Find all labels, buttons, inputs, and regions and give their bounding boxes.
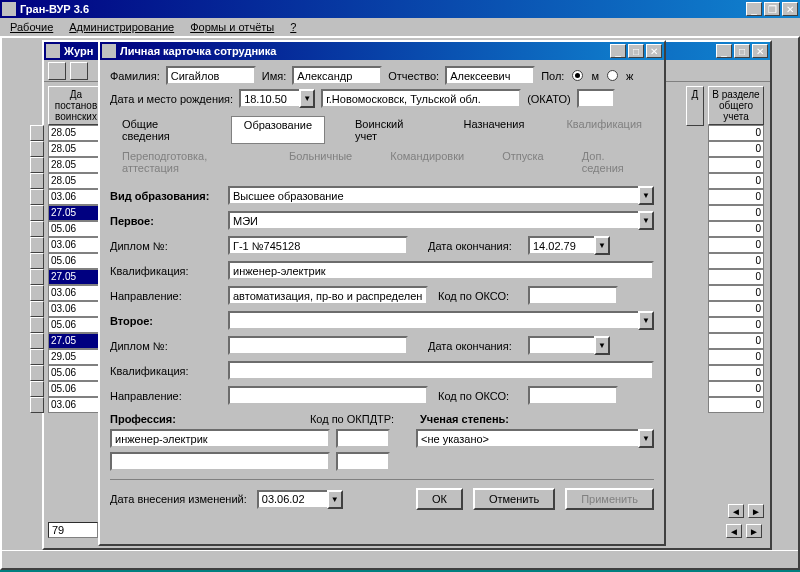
- count-cell[interactable]: 0: [708, 125, 764, 141]
- row-header[interactable]: [30, 189, 44, 205]
- date-cell[interactable]: 03.06: [48, 189, 104, 205]
- edu-kind-dd-icon[interactable]: ▼: [638, 186, 654, 205]
- edu-kind-input[interactable]: [228, 186, 638, 205]
- date-cell[interactable]: 05.06: [48, 253, 104, 269]
- nav-first-button[interactable]: ◄: [726, 524, 742, 538]
- date-cell[interactable]: 03.06: [48, 301, 104, 317]
- ok-button[interactable]: ОК: [416, 488, 463, 510]
- date-cell[interactable]: 27.05: [48, 205, 104, 221]
- end2-input[interactable]: [528, 336, 594, 355]
- toolbar-new-button[interactable]: [48, 62, 66, 80]
- profession2-input[interactable]: [110, 452, 330, 471]
- cancel-button[interactable]: Отменить: [473, 488, 555, 510]
- row-header[interactable]: [30, 317, 44, 333]
- row-header[interactable]: [30, 333, 44, 349]
- first-edu-input[interactable]: [228, 211, 638, 230]
- row-header[interactable]: [30, 221, 44, 237]
- diploma2-input[interactable]: [228, 336, 408, 355]
- count-cell[interactable]: 0: [708, 141, 764, 157]
- diploma1-input[interactable]: [228, 236, 408, 255]
- okso1-input[interactable]: [528, 286, 618, 305]
- menu-admin[interactable]: Администрирование: [63, 20, 180, 34]
- row-header[interactable]: [30, 397, 44, 413]
- edu-kind-combo[interactable]: ▼: [228, 186, 654, 205]
- date-cell[interactable]: 05.06: [48, 381, 104, 397]
- nav-prev-button[interactable]: ►: [746, 524, 762, 538]
- dir2-input[interactable]: [228, 386, 428, 405]
- second-edu-combo[interactable]: ▼: [228, 311, 654, 330]
- date-cell[interactable]: 03.06: [48, 397, 104, 413]
- count-cell[interactable]: 0: [708, 189, 764, 205]
- date-cell[interactable]: 28.05: [48, 173, 104, 189]
- row-header[interactable]: [30, 381, 44, 397]
- patronymic-input[interactable]: [445, 66, 535, 85]
- page-number[interactable]: 79: [48, 522, 98, 538]
- birth-date-combo[interactable]: ▼: [239, 89, 315, 108]
- row-header[interactable]: [30, 301, 44, 317]
- sex-female-radio[interactable]: [607, 70, 618, 81]
- journal-maximize-button[interactable]: □: [734, 44, 750, 58]
- menu-forms[interactable]: Формы и отчёты: [184, 20, 280, 34]
- count-cell[interactable]: 0: [708, 333, 764, 349]
- change-date-input[interactable]: [257, 490, 327, 509]
- row-header[interactable]: [30, 285, 44, 301]
- date-cell[interactable]: 28.05: [48, 141, 104, 157]
- journal-minimize-button[interactable]: _: [716, 44, 732, 58]
- date-cell[interactable]: 28.05: [48, 157, 104, 173]
- change-date-combo[interactable]: ▼: [257, 490, 343, 509]
- count-cell[interactable]: 0: [708, 317, 764, 333]
- profession1-input[interactable]: [110, 429, 330, 448]
- degree-combo[interactable]: ▼: [416, 429, 654, 448]
- date-cell[interactable]: 03.06: [48, 285, 104, 301]
- date-cell[interactable]: 05.06: [48, 317, 104, 333]
- date-cell[interactable]: 03.06: [48, 237, 104, 253]
- qual2-input[interactable]: [228, 361, 654, 380]
- date-cell[interactable]: 28.05: [48, 125, 104, 141]
- row-header[interactable]: [30, 157, 44, 173]
- birth-date-input[interactable]: [239, 89, 299, 108]
- count-cell[interactable]: 0: [708, 253, 764, 269]
- end1-combo[interactable]: ▼: [528, 236, 610, 255]
- journal-close-button[interactable]: ✕: [752, 44, 768, 58]
- degree-dd-icon[interactable]: ▼: [638, 429, 654, 448]
- second-edu-input[interactable]: [228, 311, 638, 330]
- count-cell[interactable]: 0: [708, 205, 764, 221]
- menu-help[interactable]: ?: [284, 20, 302, 34]
- date-cell[interactable]: 05.06: [48, 221, 104, 237]
- date-cell[interactable]: 29.05: [48, 349, 104, 365]
- birth-date-dd-icon[interactable]: ▼: [299, 89, 315, 108]
- second-edu-dd-icon[interactable]: ▼: [638, 311, 654, 330]
- okso2-input[interactable]: [528, 386, 618, 405]
- row-header[interactable]: [30, 237, 44, 253]
- modal-minimize-button[interactable]: _: [610, 44, 626, 58]
- row-header[interactable]: [30, 253, 44, 269]
- okpdtr1-input[interactable]: [336, 429, 390, 448]
- count-cell[interactable]: 0: [708, 221, 764, 237]
- count-cell[interactable]: 0: [708, 349, 764, 365]
- row-header[interactable]: [30, 349, 44, 365]
- count-cell[interactable]: 0: [708, 285, 764, 301]
- sex-male-radio[interactable]: [572, 70, 583, 81]
- degree-input[interactable]: [416, 429, 638, 448]
- end1-dd-icon[interactable]: ▼: [594, 236, 610, 255]
- dir1-input[interactable]: [228, 286, 428, 305]
- date-cell[interactable]: 27.05: [48, 269, 104, 285]
- tab-general[interactable]: Общие сведения: [110, 116, 213, 144]
- count-cell[interactable]: 0: [708, 397, 764, 413]
- count-cell[interactable]: 0: [708, 173, 764, 189]
- row-header[interactable]: [30, 269, 44, 285]
- first-edu-dd-icon[interactable]: ▼: [638, 211, 654, 230]
- count-cell[interactable]: 0: [708, 301, 764, 317]
- close-button[interactable]: ✕: [782, 2, 798, 16]
- okato-input[interactable]: [577, 89, 615, 108]
- modal-maximize-button[interactable]: □: [628, 44, 644, 58]
- first-edu-combo[interactable]: ▼: [228, 211, 654, 230]
- date-cell[interactable]: 05.06: [48, 365, 104, 381]
- change-date-dd-icon[interactable]: ▼: [327, 490, 343, 509]
- okpdtr2-input[interactable]: [336, 452, 390, 471]
- row-header[interactable]: [30, 125, 44, 141]
- toolbar-edit-button[interactable]: [70, 62, 88, 80]
- surname-input[interactable]: [166, 66, 256, 85]
- nav-rw-button[interactable]: ◄: [728, 504, 744, 518]
- modal-close-button[interactable]: ✕: [646, 44, 662, 58]
